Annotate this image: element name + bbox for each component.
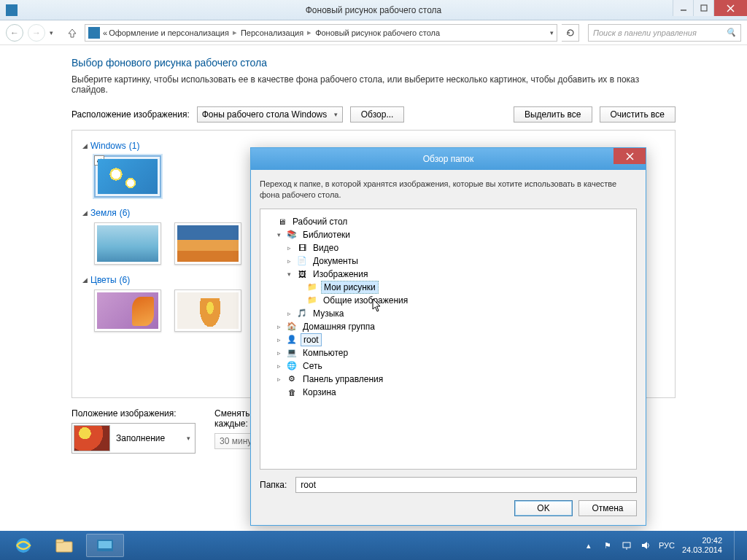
tree-item[interactable]: 📁Общие изображения [295, 294, 632, 307]
expand-icon[interactable]: ▹ [285, 257, 293, 265]
wallpaper-thumb[interactable] [174, 222, 241, 265]
expand-icon[interactable]: ▹ [275, 349, 283, 357]
tree-item[interactable]: ▹🌐Сеть [275, 359, 632, 373]
browse-button[interactable]: Обзор... [350, 106, 405, 122]
breadcrumb[interactable]: « Оформление и персонализация ▸ Персонал… [85, 24, 557, 42]
window-titlebar: Фоновый рисунок рабочего стола [0, 0, 747, 20]
category-name: Земля [90, 208, 117, 218]
expand-icon[interactable]: ▹ [275, 323, 283, 330]
page-description: Выберите картинку, чтобы использовать ее… [71, 74, 676, 95]
tree-item[interactable]: 🗑Корзина [275, 386, 632, 399]
search-input[interactable]: Поиск в панели управления 🔍 [588, 24, 741, 42]
language-indicator[interactable]: РУС [659, 541, 675, 550]
position-dropdown[interactable]: Заполнение [71, 423, 196, 454]
location-dropdown[interactable]: Фоны рабочего стола Windows [197, 106, 343, 122]
taskbar-date: 24.03.2014 [682, 545, 722, 555]
music-icon: 🎵 [296, 308, 308, 319]
maximize-button[interactable] [693, 0, 713, 16]
up-button[interactable] [64, 25, 80, 41]
expand-icon[interactable]: ▾ [285, 271, 293, 278]
tree-item[interactable]: 🖥Рабочий стол [265, 215, 632, 228]
window-title: Фоновый рисунок рабочего стола [306, 5, 442, 15]
tree-item[interactable]: ▹👤root [275, 333, 632, 346]
dialog-close-button[interactable] [614, 148, 646, 164]
collapse-icon: ◢ [82, 209, 88, 217]
cpl-icon: ⚙ [286, 373, 298, 385]
wallpaper-thumb[interactable] [94, 289, 161, 332]
breadcrumb-item[interactable]: Оформление и персонализация [109, 28, 229, 37]
tray-up-icon[interactable]: ▴ [583, 540, 595, 551]
location-label: Расположение изображения: [71, 109, 190, 120]
folder-icon: 📁 [306, 281, 318, 293]
tree-item[interactable]: ▹⚙Панель управления [275, 373, 632, 386]
category-count: (6) [120, 208, 131, 218]
dialog-titlebar: Обзор папок [251, 148, 646, 170]
ok-button[interactable]: OK [514, 500, 573, 516]
wallpaper-thumb[interactable] [174, 289, 241, 332]
back-button[interactable]: ← [6, 24, 23, 42]
tree-item[interactable]: ▹🎵Музыка [285, 307, 632, 320]
chevron-icon: ▸ [305, 28, 314, 37]
network-icon[interactable] [621, 540, 632, 551]
lib-icon: 📚 [286, 229, 298, 241]
tree-label: Панель управления [301, 373, 385, 385]
taskbar-control-panel[interactable] [86, 534, 124, 557]
svg-rect-10 [98, 541, 112, 548]
taskbar: ▴ ⚑ РУС 20:42 24.03.2014 [0, 531, 747, 560]
tree-item[interactable]: ▹💻Компьютер [275, 346, 632, 359]
tree-label: root [301, 333, 322, 346]
taskbar-explorer[interactable] [45, 534, 83, 557]
category-name: Windows [90, 141, 126, 151]
chevron-down-icon[interactable]: ▾ [550, 29, 554, 36]
select-all-button[interactable]: Выделить все [514, 106, 592, 122]
category-name: Цветы [90, 275, 117, 285]
browse-folders-dialog: Обзор папок Переход к папке, в которой х… [250, 147, 646, 526]
category-count: (6) [120, 275, 131, 285]
volume-icon[interactable] [640, 540, 651, 551]
tree-item[interactable]: ▾🖼Изображения [285, 268, 632, 281]
tree-label: Сеть [301, 360, 325, 372]
svg-point-6 [16, 538, 31, 553]
tree-label: Рабочий стол [290, 216, 349, 228]
tree-label: Мои рисунки [321, 281, 379, 294]
expand-icon[interactable]: ▹ [285, 244, 293, 252]
expand-icon[interactable]: ▹ [275, 362, 283, 370]
expand-icon[interactable]: ▹ [285, 310, 293, 317]
dialog-description: Переход к папке, в которой хранятся изоб… [260, 179, 637, 201]
refresh-button[interactable] [562, 24, 579, 42]
action-center-icon[interactable]: ⚑ [602, 540, 614, 551]
taskbar-ie[interactable] [4, 534, 42, 557]
expand-icon[interactable]: ▹ [275, 376, 283, 383]
dialog-title: Обзор папок [423, 154, 474, 164]
wallpaper-thumb[interactable]: ✔ [94, 155, 161, 198]
folder-input[interactable] [295, 477, 637, 493]
tree-item[interactable]: ▹🏠Домашняя группа [275, 320, 632, 333]
position-value: Заполнение [116, 433, 165, 443]
history-dropdown[interactable]: ▾ [50, 29, 60, 36]
tree-label: Корзина [301, 386, 338, 398]
collapse-icon: ◢ [82, 142, 88, 149]
collapse-icon: ◢ [82, 276, 88, 284]
show-desktop-button[interactable] [734, 531, 740, 560]
breadcrumb-item[interactable]: Персонализация [241, 28, 303, 37]
minimize-button[interactable] [673, 0, 693, 16]
cancel-button[interactable]: Отмена [578, 500, 637, 516]
breadcrumb-item[interactable]: Фоновый рисунок рабочего стола [315, 28, 440, 37]
app-icon [6, 4, 18, 16]
expand-icon[interactable]: ▹ [275, 336, 283, 343]
tree-item[interactable]: 📁Мои рисунки [295, 281, 632, 294]
expand-icon[interactable]: ▾ [275, 231, 283, 238]
taskbar-clock[interactable]: 20:42 24.03.2014 [682, 536, 722, 555]
close-button[interactable] [713, 0, 747, 16]
net-icon: 🌐 [286, 360, 298, 372]
tree-item[interactable]: ▹🎞Видео [285, 241, 632, 254]
forward-button[interactable]: → [28, 24, 45, 42]
svg-rect-11 [623, 542, 630, 548]
tree-item[interactable]: ▹📄Документы [285, 254, 632, 268]
tree-label: Общие изображения [321, 295, 410, 306]
folder-tree[interactable]: 🖥Рабочий стол▾📚Библиотеки▹🎞Видео▹📄Докуме… [260, 209, 637, 470]
tree-label: Библиотеки [301, 229, 352, 241]
clear-all-button[interactable]: Очистить все [600, 106, 676, 122]
tree-item[interactable]: ▾📚Библиотеки [275, 228, 632, 241]
wallpaper-thumb[interactable] [94, 222, 161, 265]
